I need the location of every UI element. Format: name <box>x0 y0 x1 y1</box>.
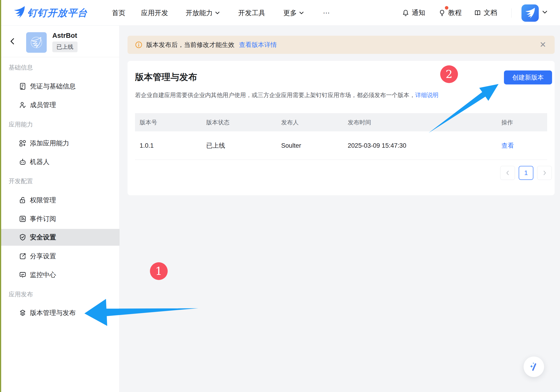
ai-assistant-button[interactable] <box>524 356 544 377</box>
sidebar-item-credentials[interactable]: 凭证与基础信息 <box>1 78 120 95</box>
page-title: 版本管理与发布 <box>135 71 197 83</box>
description-text: 若企业自建应用需要供企业内其他用户使用，或三方企业应用需要上架钉钉应用市场，都必… <box>135 92 415 98</box>
back-chevron-icon[interactable] <box>9 37 17 45</box>
sidebar-item-share-settings[interactable]: 分享设置 <box>1 248 120 265</box>
dingtalk-wing-icon <box>524 7 536 19</box>
main-content: 版本发布后，当前修改才能生效 查看版本详情 ✕ 版本管理与发布 若企业自建应用需… <box>120 26 560 392</box>
robot-icon <box>19 158 27 166</box>
monitor-icon <box>19 271 27 279</box>
sidebar: AstrBot 已上线 基础信息 凭证与基础信息 成员管理 应用能力 添加应用能… <box>1 26 120 392</box>
nav-item-home[interactable]: 首页 <box>112 0 125 26</box>
account-chevron-down-icon[interactable] <box>542 10 548 14</box>
bell-icon <box>402 9 409 17</box>
nav-opencap-label: 开放能力 <box>186 0 213 26</box>
pagination-prev-button[interactable] <box>500 166 515 180</box>
sidebar-item-label: 机器人 <box>30 157 50 166</box>
notifications-button[interactable]: 通知 <box>402 0 425 26</box>
sidebar-item-label: 安全设置 <box>30 233 56 242</box>
sidebar-item-security[interactable]: 安全设置 <box>1 229 120 246</box>
sidebar-item-monitor-center[interactable]: 监控中心 <box>1 267 120 283</box>
close-icon[interactable]: ✕ <box>537 36 549 54</box>
sidebar-item-event-subscription[interactable]: 事件订阅 <box>1 210 120 227</box>
chevron-down-icon <box>215 11 220 14</box>
app-avatar <box>26 32 47 53</box>
info-icon <box>135 41 142 48</box>
cell-publish-time: 2025-03-09 15:47:30 <box>348 131 406 160</box>
annotation-step-1-badge: 1 <box>150 262 168 280</box>
avatar[interactable] <box>521 4 539 22</box>
sidebar-section-app-release: 应用发布 <box>9 290 111 298</box>
col-publisher: 发布人 <box>281 113 299 131</box>
magic-wand-icon <box>528 361 540 373</box>
nav-appdev-label: 应用开发 <box>141 0 168 26</box>
unlock-icon <box>19 196 27 204</box>
col-status: 版本状态 <box>206 113 230 131</box>
nav-more-label: 更多 <box>283 0 297 26</box>
sidebar-item-permissions[interactable]: 权限管理 <box>1 192 120 209</box>
nav-ellipsis-label: ⋯ <box>323 0 330 26</box>
dingtalk-logo-icon <box>13 5 25 19</box>
cell-status: 已上线 <box>206 131 225 160</box>
sidebar-item-label: 成员管理 <box>30 101 56 109</box>
app-status-badge: 已上线 <box>52 41 78 52</box>
app-wing-icon <box>30 36 43 49</box>
sidebar-section-dev-config: 开发配置 <box>9 177 111 185</box>
nav-item-more[interactable]: 更多 <box>283 0 304 26</box>
sidebar-item-version-release[interactable]: 版本管理与发布 <box>1 305 120 321</box>
share-external-icon <box>19 252 27 260</box>
pagination-next-button[interactable] <box>537 166 552 180</box>
sidebar-item-add-capability[interactable]: 添加应用能力 <box>1 135 120 152</box>
tutorial-label: 教程 <box>448 8 462 18</box>
cell-version: 1.0.1 <box>140 131 154 160</box>
shield-check-icon <box>19 233 27 241</box>
member-icon <box>19 101 27 109</box>
docs-label: 文档 <box>484 8 497 18</box>
sidebar-item-label: 监控中心 <box>30 270 56 279</box>
table-header: 版本号 版本状态 发布人 发布时间 操作 <box>135 113 547 131</box>
sidebar-item-members[interactable]: 成员管理 <box>1 97 120 113</box>
docs-button[interactable]: 文档 <box>474 0 497 26</box>
nav-item-open-capability[interactable]: 开放能力 <box>186 0 220 26</box>
sidebar-item-robot[interactable]: 机器人 <box>1 153 120 170</box>
lightbulb-icon <box>438 9 446 17</box>
chevron-left-icon <box>506 170 510 175</box>
view-version-details-link[interactable]: 查看版本详情 <box>239 41 277 48</box>
nav-devtools-label: 开发工具 <box>238 0 265 26</box>
page-description: 若企业自建应用需要供企业内其他用户使用，或三方企业应用需要上架钉钉应用市场，都必… <box>135 91 439 99</box>
cell-publisher: Soulter <box>281 131 301 160</box>
rss-icon <box>19 215 27 223</box>
pagination-page-1[interactable]: 1 <box>519 166 533 180</box>
col-actions: 操作 <box>501 113 513 131</box>
grid-plus-icon <box>19 139 27 147</box>
sidebar-item-label: 事件订阅 <box>30 214 56 223</box>
sidebar-section-app-capability: 应用能力 <box>9 120 111 128</box>
header-divider <box>511 8 512 18</box>
col-publish-time: 发布时间 <box>348 113 371 131</box>
sidebar-item-label: 权限管理 <box>30 196 56 205</box>
nav-item-app-development[interactable]: 应用开发 <box>141 0 168 26</box>
layers-icon <box>19 309 27 317</box>
nav-item-dev-tools[interactable]: 开发工具 <box>238 0 265 26</box>
sidebar-app-header: AstrBot 已上线 <box>1 26 120 57</box>
platform-logo-text[interactable]: 钉钉开放平台 <box>27 7 88 19</box>
app-name: AstrBot <box>52 32 77 39</box>
sidebar-item-label: 凭证与基础信息 <box>30 82 76 91</box>
sidebar-item-label: 版本管理与发布 <box>30 308 76 317</box>
view-version-link[interactable]: 查看 <box>501 131 514 160</box>
detail-help-link[interactable]: 详细说明 <box>415 92 439 98</box>
banner-text: 版本发布后，当前修改才能生效 查看版本详情 <box>146 36 277 54</box>
nav-item-ellipsis[interactable]: ⋯ <box>323 0 330 26</box>
version-notice-banner: 版本发布后，当前修改才能生效 查看版本详情 ✕ <box>128 36 555 54</box>
tutorial-button[interactable]: 教程 <box>438 0 462 26</box>
sidebar-item-label: 分享设置 <box>30 252 56 261</box>
notice-label: 通知 <box>412 8 425 18</box>
sidebar-section-basic-info: 基础信息 <box>9 64 111 71</box>
chevron-down-icon <box>299 11 304 14</box>
id-card-icon <box>19 82 27 90</box>
sidebar-item-label: 添加应用能力 <box>30 139 69 148</box>
col-version: 版本号 <box>140 113 157 131</box>
create-new-version-button[interactable]: 创建新版本 <box>504 70 552 85</box>
chevron-right-icon <box>542 170 547 175</box>
tutorial-notification-dot <box>445 6 448 10</box>
table-row: 1.0.1 已上线 Soulter 2025-03-09 15:47:30 查看 <box>135 131 547 160</box>
